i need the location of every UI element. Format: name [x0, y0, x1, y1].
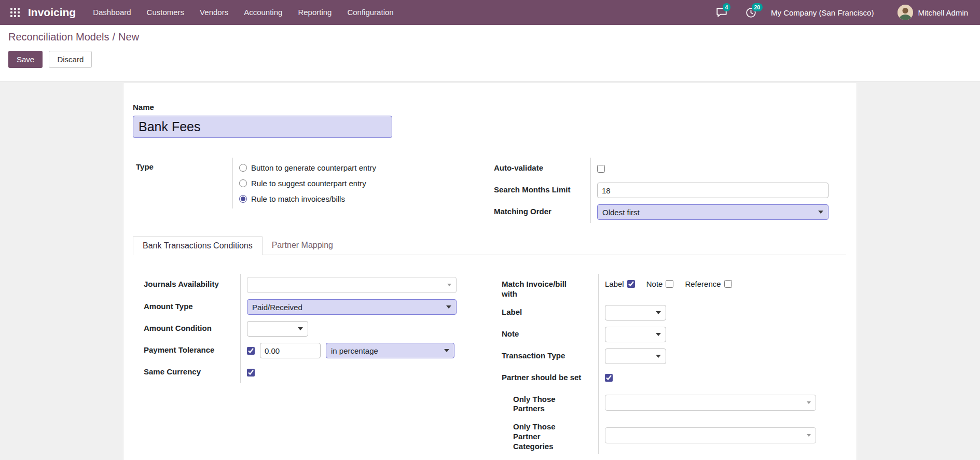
- control-panel-buttons: Save Discard: [8, 51, 972, 68]
- menu-reporting[interactable]: Reporting: [290, 0, 339, 25]
- activities-menu-button[interactable]: 20: [744, 0, 757, 25]
- apps-grid-icon: [10, 8, 20, 17]
- payment-tolerance-unit-select[interactable]: in percentage: [326, 343, 454, 358]
- user-menu[interactable]: Mitchell Admin: [898, 5, 968, 20]
- form-sheet: Name Type Button to generate counterpart…: [123, 83, 857, 460]
- navbar-left: Invoicing Dashboard Customers Vendors Ac…: [0, 0, 402, 25]
- note-select[interactable]: [605, 327, 666, 342]
- type-option-match[interactable]: Rule to match invoices/bills: [239, 191, 465, 206]
- type-option-generate-label: Button to generate counterpart entry: [251, 163, 376, 172]
- save-button[interactable]: Save: [8, 51, 43, 68]
- notebook: Bank Transactions Conditions Partner Map…: [133, 236, 846, 454]
- matching-order-select[interactable]: Oldest first: [597, 204, 829, 220]
- activities-badge: 20: [752, 3, 763, 11]
- breadcrumb-parent[interactable]: Reconciliation Models: [8, 31, 109, 43]
- menu-customers[interactable]: Customers: [139, 0, 192, 25]
- match-label-checkbox[interactable]: [627, 280, 635, 288]
- chevron-down-icon: [298, 327, 303, 330]
- match-option-reference[interactable]: Reference: [685, 280, 731, 288]
- top-navbar: Invoicing Dashboard Customers Vendors Ac…: [0, 0, 980, 25]
- user-avatar: [898, 5, 913, 20]
- type-label: Type: [136, 162, 154, 171]
- match-reference-checkbox[interactable]: [724, 280, 732, 288]
- type-option-match-label: Rule to match invoices/bills: [251, 194, 345, 203]
- partner-should-be-set-checkbox[interactable]: [605, 374, 613, 382]
- menu-dashboard[interactable]: Dashboard: [85, 0, 139, 25]
- chevron-down-icon: [446, 305, 451, 309]
- tab-content: Journals Availability Amount Type: [133, 255, 846, 454]
- main-menu: Dashboard Customers Vendors Accounting R…: [85, 0, 401, 25]
- company-switcher[interactable]: My Company (San Francisco): [771, 8, 874, 17]
- top-left-column: Type Button to generate counterpart entr…: [133, 158, 465, 223]
- match-option-note-text: Note: [646, 280, 663, 288]
- menu-configuration[interactable]: Configuration: [339, 0, 401, 25]
- amount-condition-select[interactable]: [247, 321, 308, 337]
- breadcrumb-separator: /: [113, 31, 116, 43]
- amount-condition-label: Amount Condition: [144, 324, 212, 332]
- top-form-group: Type Button to generate counterpart entr…: [133, 158, 846, 223]
- only-those-partners-label: Only Those Partners: [513, 395, 578, 414]
- match-option-label[interactable]: Label: [605, 280, 635, 288]
- app-name[interactable]: Invoicing: [28, 6, 76, 19]
- match-note-checkbox[interactable]: [666, 280, 673, 288]
- messages-badge: 4: [723, 3, 730, 11]
- tab-bank-transactions-conditions[interactable]: Bank Transactions Conditions: [133, 236, 263, 255]
- matching-order-label: Matching Order: [494, 207, 551, 216]
- conditions-left-column: Journals Availability Amount Type: [133, 274, 465, 454]
- journals-availability-label: Journals Availability: [144, 280, 219, 288]
- type-radio-generate[interactable]: [239, 164, 247, 172]
- label-select[interactable]: [605, 305, 666, 320]
- type-option-suggest[interactable]: Rule to suggest counterpart entry: [239, 175, 465, 191]
- amount-type-label: Amount Type: [144, 302, 193, 311]
- only-those-partner-categories-label: Only Those Partner Categories: [513, 422, 578, 451]
- search-months-limit-label: Search Months Limit: [494, 185, 571, 194]
- match-invoice-with-options: Label Note Reference: [605, 280, 732, 288]
- same-currency-label: Same Currency: [144, 367, 201, 376]
- auto-validate-checkbox[interactable]: [597, 165, 605, 173]
- payment-tolerance-unit-value: in percentage: [331, 346, 378, 355]
- amount-type-select[interactable]: Paid/Received: [247, 299, 457, 315]
- same-currency-checkbox[interactable]: [247, 369, 255, 377]
- amount-type-value: Paid/Received: [252, 303, 302, 312]
- type-radio-group: Button to generate counterpart entry Rul…: [233, 158, 465, 208]
- transaction-type-select[interactable]: [605, 349, 666, 364]
- only-those-partners-combobox[interactable]: [605, 395, 816, 411]
- payment-tolerance-checkbox[interactable]: [247, 347, 255, 355]
- chevron-down-icon: [447, 284, 451, 286]
- menu-vendors[interactable]: Vendors: [192, 0, 236, 25]
- only-those-partner-categories-combobox[interactable]: [605, 427, 816, 443]
- match-option-label-text: Label: [605, 280, 624, 288]
- matching-order-value: Oldest first: [602, 208, 640, 217]
- journals-availability-combobox[interactable]: [247, 277, 457, 293]
- notebook-tabs: Bank Transactions Conditions Partner Map…: [133, 236, 846, 255]
- match-invoice-with-label: Match Invoice/bill with: [502, 280, 567, 299]
- type-option-generate[interactable]: Button to generate counterpart entry: [239, 160, 465, 175]
- user-name: Mitchell Admin: [918, 8, 968, 17]
- type-radio-match[interactable]: [239, 195, 247, 203]
- messages-menu-button[interactable]: 4: [715, 0, 728, 25]
- name-input[interactable]: [133, 116, 392, 138]
- chevron-down-icon: [818, 211, 823, 214]
- menu-accounting[interactable]: Accounting: [236, 0, 290, 25]
- search-months-limit-input[interactable]: [597, 183, 829, 198]
- payment-tolerance-input[interactable]: [260, 343, 321, 358]
- transaction-type-label: Transaction Type: [502, 351, 565, 360]
- payment-tolerance-label: Payment Tolerance: [144, 345, 214, 354]
- partner-should-be-set-label: Partner should be set: [502, 373, 581, 382]
- content-area: Name Type Button to generate counterpart…: [0, 81, 980, 460]
- chevron-down-icon: [444, 349, 449, 352]
- type-option-suggest-label: Rule to suggest counterpart entry: [251, 179, 366, 188]
- note-field-label: Note: [502, 329, 519, 338]
- chevron-down-icon: [807, 434, 811, 437]
- apps-menu-button[interactable]: [6, 0, 24, 25]
- discard-button[interactable]: Discard: [49, 51, 92, 68]
- type-radio-suggest[interactable]: [239, 179, 247, 187]
- auto-validate-label: Auto-validate: [494, 163, 543, 172]
- match-option-note[interactable]: Note: [646, 280, 674, 288]
- tab-partner-mapping[interactable]: Partner Mapping: [263, 236, 342, 255]
- chevron-down-icon: [656, 355, 661, 358]
- navbar-systray: 4 20 My Company (San Francisco) Mitchell…: [715, 0, 968, 25]
- chevron-down-icon: [656, 311, 661, 314]
- label-field-label: Label: [502, 308, 522, 316]
- breadcrumb-current: New: [118, 31, 139, 43]
